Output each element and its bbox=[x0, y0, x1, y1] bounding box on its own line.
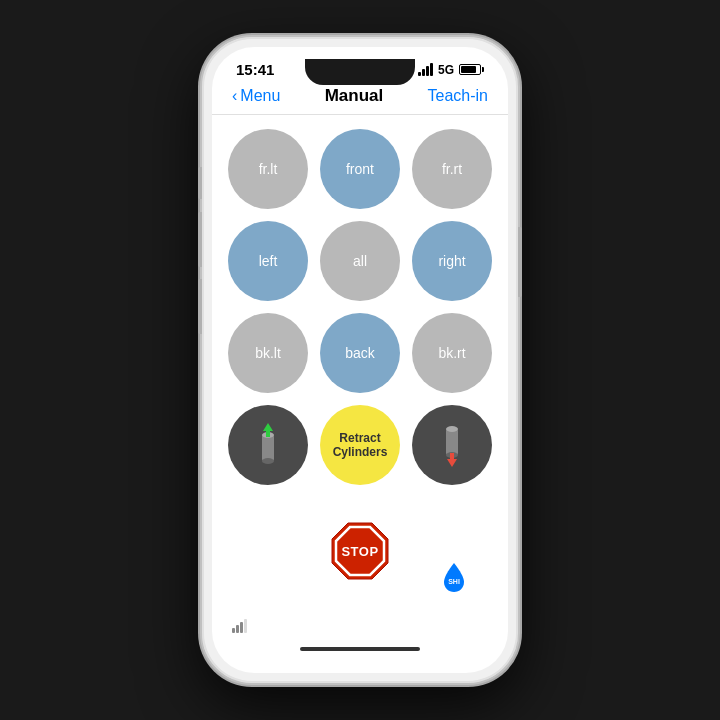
home-indicator bbox=[300, 647, 420, 651]
all-button[interactable]: all bbox=[320, 221, 400, 301]
network-type: 5G bbox=[438, 63, 454, 77]
svg-point-6 bbox=[446, 426, 458, 432]
wifi-bars bbox=[232, 619, 247, 633]
fr-lt-button[interactable]: fr.lt bbox=[228, 129, 308, 209]
lower-button[interactable] bbox=[412, 405, 492, 485]
stop-button[interactable]: STOP bbox=[328, 519, 392, 583]
volume-down-button[interactable] bbox=[198, 279, 202, 334]
back-button[interactable]: back bbox=[320, 313, 400, 393]
svg-rect-5 bbox=[446, 429, 458, 455]
power-button[interactable] bbox=[518, 227, 522, 297]
front-button[interactable]: front bbox=[320, 129, 400, 209]
retract-cylinders-button[interactable]: Retract Cylinders bbox=[320, 405, 400, 485]
battery-icon bbox=[459, 64, 484, 75]
svg-point-2 bbox=[262, 458, 274, 464]
action-row: Retract Cylinders bbox=[228, 405, 492, 485]
notch bbox=[305, 59, 415, 85]
bottom-area: STOP SHI bbox=[228, 509, 492, 593]
svg-rect-0 bbox=[262, 435, 274, 461]
svg-marker-3 bbox=[263, 423, 273, 431]
back-label: Menu bbox=[240, 87, 280, 105]
page-title: Manual bbox=[325, 86, 384, 106]
svg-text:STOP: STOP bbox=[341, 544, 378, 559]
teach-in-button[interactable]: Teach-in bbox=[428, 87, 488, 105]
volume-up-button[interactable] bbox=[198, 212, 202, 267]
main-content: fr.lt front fr.rt left all right bbox=[212, 115, 508, 607]
back-button[interactable]: ‹ Menu bbox=[232, 87, 280, 105]
chevron-left-icon: ‹ bbox=[232, 87, 237, 105]
status-icons: 5G bbox=[418, 63, 484, 77]
mute-button[interactable] bbox=[198, 167, 202, 199]
signal-icon bbox=[418, 63, 433, 76]
left-button[interactable]: left bbox=[228, 221, 308, 301]
svg-marker-9 bbox=[447, 459, 457, 467]
svg-rect-4 bbox=[266, 431, 270, 437]
bk-rt-button[interactable]: bk.rt bbox=[412, 313, 492, 393]
fr-rt-button[interactable]: fr.rt bbox=[412, 129, 492, 209]
extend-button[interactable] bbox=[228, 405, 308, 485]
phone-screen: 15:41 5G bbox=[212, 47, 508, 673]
bk-lt-button[interactable]: bk.lt bbox=[228, 313, 308, 393]
direction-grid: fr.lt front fr.rt left all right bbox=[228, 129, 492, 393]
water-drop-icon[interactable]: SHI bbox=[440, 561, 468, 593]
status-time: 15:41 bbox=[236, 61, 274, 78]
retract-label: Retract Cylinders bbox=[333, 431, 388, 460]
phone-frame: 15:41 5G bbox=[200, 35, 520, 685]
svg-rect-8 bbox=[450, 453, 454, 459]
right-button[interactable]: right bbox=[412, 221, 492, 301]
svg-text:SHI: SHI bbox=[448, 578, 460, 585]
